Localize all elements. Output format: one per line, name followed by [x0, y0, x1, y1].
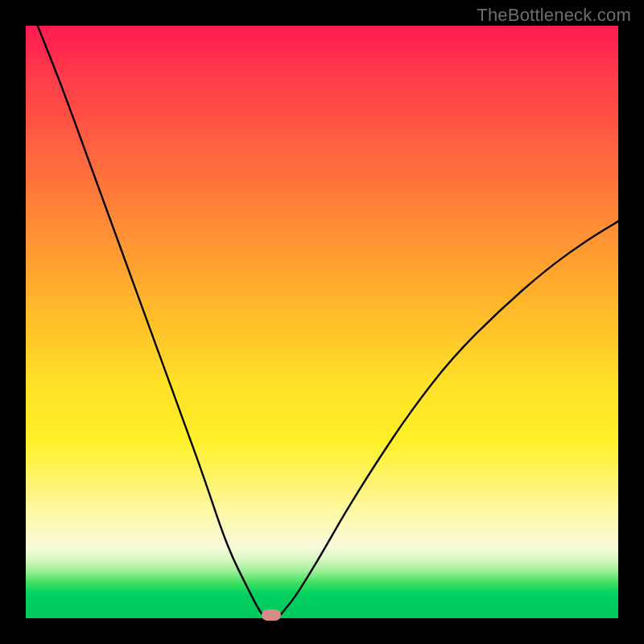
bottleneck-curve	[26, 26, 618, 618]
plot-area	[26, 26, 618, 618]
outer-frame: TheBottleneck.com	[0, 0, 644, 644]
curve-left-branch	[38, 26, 265, 617]
curve-right-branch	[279, 221, 618, 617]
minimum-marker	[262, 609, 281, 621]
watermark-text: TheBottleneck.com	[477, 5, 631, 26]
